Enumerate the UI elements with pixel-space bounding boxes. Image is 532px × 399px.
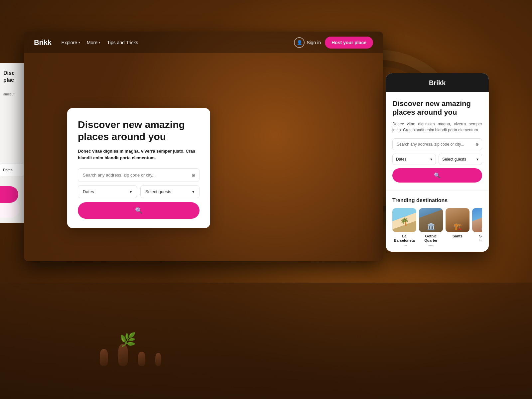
mobile-search-button[interactable]: 🔍 — [392, 168, 482, 183]
desktop-dates-label: Dates — [83, 189, 94, 194]
nav-explore-label: Explore — [62, 40, 77, 45]
dest-name-sagrada: Sag... — [472, 234, 482, 238]
sagrada-illustration — [472, 208, 482, 232]
dest-img-gothic — [419, 208, 443, 232]
mobile-hero-description: Donec vitae dignissim magna, viverra sem… — [392, 121, 482, 133]
sign-in-label: Sign in — [307, 40, 321, 45]
mobile-guests-select[interactable]: Select guests ▾ — [439, 154, 482, 165]
mobile-dates-select[interactable]: Dates ▾ — [392, 154, 436, 165]
trending-title: Trending destinations — [392, 198, 482, 203]
host-place-button[interactable]: Host your place — [325, 37, 373, 49]
destination-sagrada[interactable]: Sag... Fam... — [472, 208, 482, 246]
mobile-address-input[interactable] — [392, 138, 482, 150]
dest-img-sants — [446, 208, 469, 232]
dest-img-barceloneta — [392, 208, 416, 232]
desktop-search-button[interactable]: 🔍 — [78, 202, 200, 219]
mobile-search-icon: 🔍 — [434, 172, 441, 179]
desktop-browser-window: Brikk Explore ▾ More ▾ Tips and Tricks 👤… — [24, 32, 383, 261]
desktop-guests-select[interactable]: Select guests ▾ — [140, 185, 200, 198]
mobile-phone-mockup: Brikk Discover new amazing places around… — [386, 73, 489, 252]
desktop-nav-logo: Brikk — [34, 38, 52, 47]
destination-barceloneta[interactable]: LaBarceloneta ...... — [392, 208, 416, 246]
mobile-hero-title: Discover new amazing places around you — [392, 99, 482, 117]
gothic-illustration — [419, 208, 443, 232]
desktop-navbar: Brikk Explore ▾ More ▾ Tips and Tricks 👤… — [24, 32, 383, 53]
dest-img-sagrada — [472, 208, 482, 232]
beach-illustration — [392, 208, 416, 232]
explore-chevron-icon: ▾ — [78, 41, 80, 44]
left-bleed-dates: Dates — [0, 164, 25, 176]
dest-sub-gothic: ...... — [419, 243, 443, 246]
nav-links: Explore ▾ More ▾ Tips and Tricks — [62, 40, 294, 45]
vase-1 — [100, 349, 108, 366]
nav-more-label: More — [87, 40, 97, 45]
user-avatar-icon: 👤 — [294, 37, 305, 48]
mobile-dates-chevron: ▾ — [430, 157, 432, 162]
desktop-search-icon: 🔍 — [135, 207, 142, 214]
dest-sub-barceloneta: ...... — [392, 243, 416, 246]
mobile-search-row: Dates ▾ Select guests ▾ — [392, 154, 482, 165]
left-bleed-content: Discplac amet ut — [0, 63, 27, 104]
nav-actions: 👤 Sign in Host your place — [294, 37, 373, 49]
vase-3 — [138, 352, 145, 366]
nav-tips-label: Tips and Tricks — [107, 40, 138, 45]
plant-decoration: 🌿 — [120, 332, 136, 347]
sants-illustration — [446, 208, 469, 232]
nav-explore[interactable]: Explore ▾ — [62, 40, 80, 45]
mobile-guests-label: Select guests — [442, 157, 466, 162]
left-bleed-search-btn — [0, 186, 18, 203]
desktop-hero-description: Donec vitae dignissim magna, viverra sem… — [78, 148, 200, 161]
mobile-header: Brikk — [386, 73, 489, 92]
vase-4 — [155, 353, 161, 366]
mobile-address-input-wrap: ⊕ — [392, 138, 482, 150]
desktop-address-input[interactable] — [78, 168, 200, 182]
destinations-row: LaBarceloneta ...... GothicQuarter .....… — [392, 208, 482, 246]
more-chevron-icon: ▾ — [99, 41, 100, 44]
nav-tips[interactable]: Tips and Tricks — [107, 40, 138, 45]
desktop-guests-chevron: ▾ — [192, 189, 195, 194]
trending-destinations-section: Trending destinations LaBarceloneta ....… — [386, 191, 489, 252]
sign-in-button[interactable]: 👤 Sign in — [294, 37, 321, 48]
desktop-search-row: Dates ▾ Select guests ▾ — [78, 185, 200, 198]
desktop-address-input-wrap: ⊕ — [78, 168, 200, 182]
dest-name-sants: Sants — [446, 234, 469, 238]
left-bleed-window: Discplac amet ut Dates — [0, 63, 27, 223]
mobile-search-card: Discover new amazing places around you D… — [386, 92, 489, 189]
table-surface — [0, 283, 532, 399]
mobile-logo: Brikk — [392, 79, 482, 87]
desktop-hero-title: Discover new amazing places around you — [78, 119, 200, 143]
dest-sub-sagrada: Fam... — [472, 238, 482, 242]
mobile-dates-label: Dates — [396, 157, 406, 162]
desktop-dates-select[interactable]: Dates ▾ — [78, 185, 137, 198]
dest-name-barceloneta: LaBarceloneta — [392, 234, 416, 243]
desktop-guests-label: Select guests — [145, 189, 171, 194]
mobile-location-icon: ⊕ — [475, 142, 479, 147]
desktop-location-icon: ⊕ — [192, 173, 196, 178]
destination-sants[interactable]: Sants — [446, 208, 469, 246]
dest-name-gothic: GothicQuarter — [419, 234, 443, 243]
mobile-guests-chevron: ▾ — [476, 157, 478, 162]
destination-gothic[interactable]: GothicQuarter ...... — [419, 208, 443, 246]
desktop-dates-chevron: ▾ — [130, 189, 132, 194]
desktop-search-card: Discover new amazing places around you D… — [67, 108, 210, 228]
nav-more[interactable]: More ▾ — [87, 40, 100, 45]
